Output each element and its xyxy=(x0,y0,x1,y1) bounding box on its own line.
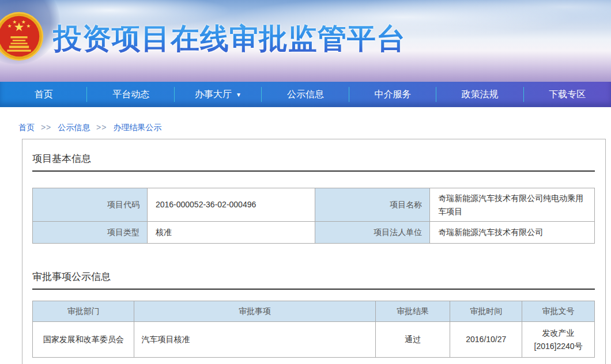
col-header-result: 审批结果 xyxy=(375,301,450,322)
chevron-down-icon: ▼ xyxy=(236,92,242,98)
nav-item-home[interactable]: 首页 xyxy=(0,82,87,107)
nav-item-service-hall[interactable]: 办事大厅 ▼ xyxy=(175,82,262,107)
nav-item-downloads[interactable]: 下载专区 xyxy=(524,82,611,107)
approval-item: 汽车项目核准 xyxy=(134,322,375,358)
site-header: ★ ★ ★ ★ ★ 投资项目在线审批监管平台 xyxy=(0,0,611,82)
svg-text:★: ★ xyxy=(26,23,31,29)
nav-item-intermediary[interactable]: 中介服务 xyxy=(349,82,436,107)
breadcrumb: 首页 >> 公示信息 >> 办理结果公示 xyxy=(18,123,611,133)
col-header-department: 审批部门 xyxy=(33,301,134,322)
project-code-value: 2016-000052-36-02-000496 xyxy=(147,188,315,222)
content-box: 项目基本信息 项目代码 2016-000052-36-02-000496 项目名… xyxy=(22,139,606,364)
table-row: 项目类型 核准 项目法人单位 奇瑞新能源汽车技术有限公司 xyxy=(33,222,595,244)
legal-entity-label: 项目法人单位 xyxy=(315,222,430,244)
legal-entity-value: 奇瑞新能源汽车技术有限公司 xyxy=(430,222,595,244)
svg-text:★: ★ xyxy=(7,23,12,29)
nav-item-public-info[interactable]: 公示信息 xyxy=(262,82,349,107)
col-header-item: 审批事项 xyxy=(134,301,375,322)
col-header-doc-no: 审批文号 xyxy=(522,301,595,322)
national-emblem-icon: ★ ★ ★ ★ ★ xyxy=(0,12,44,61)
nav-item-policies[interactable]: 政策法规 xyxy=(436,82,523,107)
project-name-value: 奇瑞新能源汽车技术有限公司纯电动乘用车项目 xyxy=(430,188,595,222)
breadcrumb-separator: >> xyxy=(96,123,107,132)
svg-text:★: ★ xyxy=(21,19,26,25)
breadcrumb-separator: >> xyxy=(41,123,51,132)
project-type-label: 项目类型 xyxy=(33,222,148,244)
site-title: 投资项目在线审批监管平台 xyxy=(53,20,406,58)
table-row: 国家发展和改革委员会 汽车项目核准 通过 2016/10/27 发改产业[201… xyxy=(33,322,595,358)
approval-doc-no: 发改产业[2016]2240号 xyxy=(522,322,595,358)
approval-info-title: 审批事项公示信息 xyxy=(32,270,595,290)
project-code-label: 项目代码 xyxy=(33,188,148,222)
svg-text:★: ★ xyxy=(12,19,17,25)
approval-result: 通过 xyxy=(375,322,450,358)
approval-date: 2016/10/27 xyxy=(450,322,522,358)
project-type-value: 核准 xyxy=(147,222,315,244)
approval-table: 审批部门 审批事项 审批结果 审批时间 审批文号 国家发展和改革委员会 汽车项目… xyxy=(32,301,595,358)
breadcrumb-public-info-link[interactable]: 公示信息 xyxy=(58,123,90,132)
section-approval-info: 审批事项公示信息 审批部门 审批事项 审批结果 审批时间 审批文号 国家发展和改… xyxy=(32,270,595,358)
breadcrumb-result-link[interactable]: 办理结果公示 xyxy=(113,123,161,132)
basic-info-table: 项目代码 2016-000052-36-02-000496 项目名称 奇瑞新能源… xyxy=(32,188,595,244)
table-header-row: 审批部门 审批事项 审批结果 审批时间 审批文号 xyxy=(33,301,595,322)
nav-item-platform-news[interactable]: 平台动态 xyxy=(87,82,174,107)
approval-department: 国家发展和改革委员会 xyxy=(33,322,134,358)
main-nav: 首页 平台动态 办事大厅 ▼ 公示信息 中介服务 政策法规 下载专区 xyxy=(0,82,611,107)
section-basic-info: 项目基本信息 项目代码 2016-000052-36-02-000496 项目名… xyxy=(32,152,595,244)
basic-info-title: 项目基本信息 xyxy=(32,152,595,172)
col-header-date: 审批时间 xyxy=(450,301,522,322)
project-name-label: 项目名称 xyxy=(315,188,430,222)
breadcrumb-home-link[interactable]: 首页 xyxy=(18,123,35,132)
table-row: 项目代码 2016-000052-36-02-000496 项目名称 奇瑞新能源… xyxy=(33,188,595,222)
